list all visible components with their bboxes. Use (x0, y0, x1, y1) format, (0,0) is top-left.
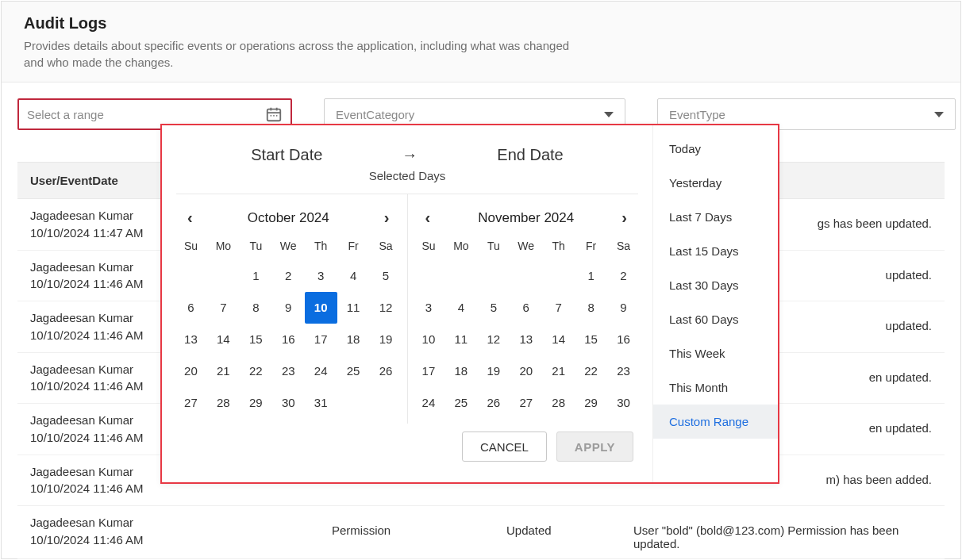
weekday-label: Tu (240, 236, 272, 255)
calendar-day[interactable]: 6 (175, 292, 207, 324)
svg-rect-0 (267, 109, 281, 121)
calendar-day[interactable]: 12 (370, 292, 402, 324)
preset-option[interactable]: Last 60 Days (653, 302, 778, 336)
calendar-day[interactable]: 4 (444, 292, 477, 324)
calendar-day[interactable]: 25 (444, 387, 477, 419)
calendar-day[interactable]: 13 (175, 324, 207, 355)
calendar-day[interactable]: 4 (337, 260, 370, 292)
calendar-day[interactable]: 8 (575, 292, 607, 324)
calendar-day[interactable]: 25 (337, 355, 370, 387)
start-date-label: Start Date (251, 146, 322, 164)
arrow-right-icon: → (402, 146, 418, 164)
calendar-day[interactable]: 20 (175, 355, 207, 387)
user-name: Jagadeesan Kumar (30, 514, 300, 531)
end-date-label: End Date (497, 146, 563, 164)
calendar-day[interactable]: 26 (370, 355, 402, 387)
preset-option[interactable]: Last 30 Days (653, 268, 778, 302)
calendar-day[interactable]: 17 (413, 355, 445, 387)
calendar-day[interactable]: 19 (477, 355, 510, 387)
calendar-day[interactable]: 15 (575, 324, 607, 355)
calendar-day[interactable]: 26 (477, 387, 510, 419)
prev-month-button[interactable]: ‹ (183, 207, 198, 228)
next-month-button[interactable]: › (379, 207, 394, 228)
calendar-day[interactable]: 3 (413, 292, 445, 324)
preset-option[interactable]: This Month (653, 370, 778, 405)
calendar-day[interactable]: 15 (240, 324, 272, 355)
svg-point-4 (270, 115, 271, 117)
preset-option[interactable]: Custom Range (653, 405, 778, 439)
page-title: Audit Logs (24, 14, 938, 33)
calendar-day[interactable]: 9 (272, 292, 305, 324)
svg-point-5 (273, 115, 275, 117)
calendar-day[interactable]: 24 (413, 387, 445, 419)
calendar-day[interactable]: 1 (575, 260, 607, 292)
calendar-icon[interactable] (265, 105, 283, 123)
calendar-day[interactable]: 12 (477, 324, 510, 355)
calendar-day[interactable]: 11 (444, 324, 477, 355)
calendar-day[interactable]: 11 (337, 292, 370, 324)
calendar-day[interactable]: 20 (510, 355, 542, 387)
calendar-day[interactable]: 8 (240, 292, 272, 324)
calendar-day[interactable]: 30 (272, 387, 305, 419)
calendar-day[interactable]: 27 (510, 387, 542, 419)
calendar-day[interactable]: 1 (240, 260, 272, 292)
calendar-day[interactable]: 19 (370, 324, 402, 355)
preset-option[interactable]: Last 7 Days (653, 200, 778, 234)
calendar-day[interactable]: 5 (370, 260, 402, 292)
chevron-down-icon (604, 112, 614, 117)
next-month-button[interactable]: › (617, 207, 632, 228)
weekday-label: Th (542, 236, 575, 255)
calendar-day[interactable]: 16 (607, 324, 640, 355)
calendar-day[interactable]: 17 (305, 324, 337, 355)
calendar-day[interactable]: 16 (272, 324, 305, 355)
calendar-day[interactable]: 28 (207, 387, 240, 419)
event-date: 10/10/2024 11:46 AM (30, 531, 300, 549)
calendar-day[interactable]: 7 (207, 292, 240, 324)
preset-list: TodayYesterdayLast 7 DaysLast 15 DaysLas… (652, 125, 778, 482)
calendar-day[interactable]: 29 (240, 387, 272, 419)
calendar-day[interactable]: 7 (542, 292, 575, 324)
weekday-label: Tu (477, 236, 510, 255)
calendar-day[interactable]: 23 (272, 355, 305, 387)
weekday-label: Sa (370, 236, 402, 255)
calendar-day[interactable]: 10 (413, 324, 445, 355)
svg-point-6 (276, 115, 278, 117)
page-header: Audit Logs Provides details about specif… (2, 2, 960, 82)
calendar-day[interactable]: 31 (305, 387, 337, 419)
cancel-button[interactable]: CANCEL (462, 432, 547, 462)
calendar-day[interactable]: 28 (542, 387, 575, 419)
calendar-day[interactable]: 27 (175, 387, 207, 419)
month-title: November 2024 (478, 210, 574, 226)
calendar-day[interactable]: 14 (207, 324, 240, 355)
preset-option[interactable]: This Week (653, 336, 778, 370)
calendar-day[interactable]: 24 (305, 355, 337, 387)
cell-summary: gs has been updated. (818, 207, 932, 230)
calendar-day[interactable]: 5 (477, 292, 510, 324)
calendar-day[interactable]: 2 (272, 260, 305, 292)
calendar-day[interactable]: 2 (607, 260, 640, 292)
prev-month-button[interactable]: ‹ (421, 207, 436, 228)
calendar-day[interactable]: 21 (542, 355, 575, 387)
preset-option[interactable]: Yesterday (653, 166, 778, 200)
cell-summary: en updated. (869, 412, 932, 435)
calendar-day[interactable]: 23 (607, 355, 640, 387)
calendar-day[interactable]: 14 (542, 324, 575, 355)
calendar-day[interactable]: 18 (444, 355, 477, 387)
calendar-day[interactable]: 9 (607, 292, 640, 324)
calendar-day[interactable]: 21 (207, 355, 240, 387)
preset-option[interactable]: Last 15 Days (653, 234, 778, 268)
calendar-day[interactable]: 22 (240, 355, 272, 387)
days-grid: 1234567891011121314151617181920212223242… (175, 260, 402, 419)
calendar-month: ‹October 2024›SuMoTuWeThFrSa123456789101… (170, 194, 408, 424)
calendar-day[interactable]: 13 (510, 324, 542, 355)
calendar-day[interactable]: 10 (305, 292, 337, 324)
apply-button[interactable]: APPLY (556, 432, 633, 462)
calendar-day[interactable]: 3 (305, 260, 337, 292)
calendar-day[interactable]: 22 (575, 355, 607, 387)
calendar-day[interactable]: 29 (575, 387, 607, 419)
calendar-day[interactable]: 18 (337, 324, 370, 355)
cell-summary: updated. (886, 309, 932, 332)
calendar-day[interactable]: 30 (607, 387, 640, 419)
preset-option[interactable]: Today (653, 132, 778, 166)
calendar-day[interactable]: 6 (510, 292, 542, 324)
